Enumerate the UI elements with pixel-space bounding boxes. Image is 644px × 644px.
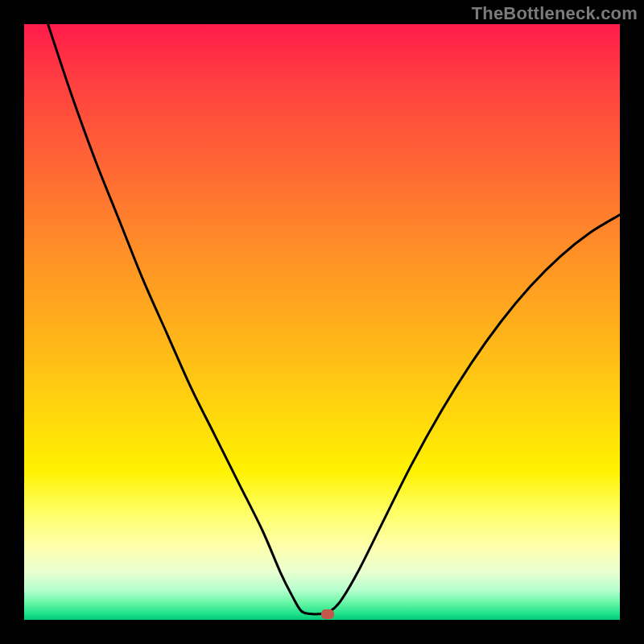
optimal-point-marker (321, 609, 334, 619)
attribution-text: TheBottleneck.com (472, 3, 638, 24)
bottleneck-curve (24, 24, 620, 620)
plot-area (24, 24, 620, 620)
chart-container: TheBottleneck.com (0, 0, 644, 644)
